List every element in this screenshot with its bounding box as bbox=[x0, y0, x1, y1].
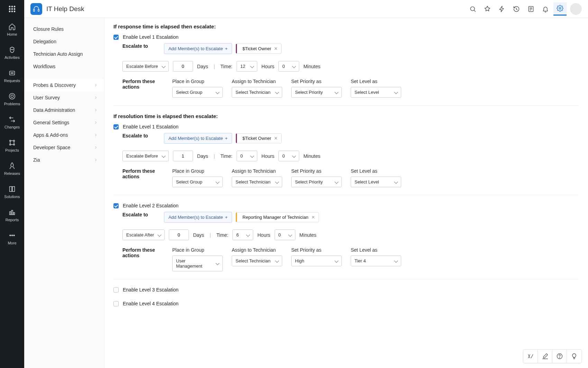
sidebar-item[interactable]: Probes & Discovery bbox=[24, 79, 104, 91]
sidebar-item[interactable]: Apps & Add-ons bbox=[24, 129, 104, 141]
nav-problems[interactable]: Problems bbox=[4, 92, 20, 106]
zia-icon[interactable] bbox=[523, 350, 538, 363]
svg-point-10 bbox=[11, 73, 11, 73]
nav-rail: HomeActivitiesRequestsProblemsChangesPro… bbox=[0, 0, 24, 368]
enable-label: Enable Level 3 Escalation bbox=[123, 287, 178, 293]
svg-point-3 bbox=[9, 8, 10, 9]
help-icon[interactable] bbox=[552, 350, 567, 363]
action-select[interactable]: Select Group bbox=[172, 177, 223, 187]
escalate-to-label: Escalate to bbox=[122, 43, 148, 49]
sidebar-item[interactable]: Closure Rules bbox=[24, 23, 104, 35]
action-select[interactable]: Select Priority bbox=[291, 177, 342, 187]
nav-more[interactable]: More bbox=[4, 232, 20, 245]
action-select[interactable]: High bbox=[291, 255, 342, 266]
member-chip: $Ticket Owner✕ bbox=[236, 133, 282, 143]
svg-point-14 bbox=[9, 93, 15, 99]
svg-point-12 bbox=[13, 73, 13, 73]
action-header: Set Level as bbox=[351, 247, 401, 253]
apps-icon[interactable] bbox=[8, 5, 16, 13]
nav-projects[interactable]: Projects bbox=[4, 139, 20, 152]
action-header: Set Level as bbox=[351, 168, 401, 174]
action-select[interactable]: Select Level bbox=[351, 177, 401, 187]
app-logo bbox=[30, 3, 42, 15]
enable-checkbox[interactable] bbox=[113, 35, 119, 40]
response-heading: If response time is elapsed then escalat… bbox=[113, 24, 579, 29]
enable-checkbox[interactable] bbox=[113, 287, 119, 293]
sidebar-item[interactable]: Technician Auto Assign bbox=[24, 48, 104, 60]
member-chip: Reporting Manager of Technician✕ bbox=[236, 212, 319, 222]
hours-select[interactable]: 6 bbox=[232, 230, 253, 240]
action-header: Place in Group bbox=[172, 247, 223, 253]
sidebar-item[interactable]: Developer Space bbox=[24, 141, 104, 154]
bolt-icon[interactable] bbox=[495, 2, 508, 16]
timing-mode-select[interactable]: Escalate After bbox=[122, 230, 165, 240]
sidebar-item[interactable]: Workflows bbox=[24, 60, 104, 73]
svg-point-35 bbox=[559, 8, 561, 9]
action-select[interactable]: Select Priority bbox=[291, 87, 342, 98]
bell-icon[interactable] bbox=[539, 2, 552, 16]
hours-select[interactable]: 0 bbox=[237, 151, 257, 161]
action-select[interactable]: Select Group bbox=[172, 87, 223, 98]
svg-point-6 bbox=[9, 11, 10, 12]
nav-reports[interactable]: Reports bbox=[4, 208, 20, 222]
bulb-icon[interactable] bbox=[567, 350, 581, 363]
enable-checkbox[interactable] bbox=[113, 203, 119, 208]
days-input[interactable] bbox=[169, 230, 189, 240]
search-icon[interactable] bbox=[466, 2, 479, 16]
action-header: Assign to Technician bbox=[232, 79, 282, 84]
user-avatar[interactable] bbox=[570, 3, 582, 15]
pin-icon[interactable] bbox=[481, 2, 494, 16]
action-select[interactable]: Select Level bbox=[351, 87, 401, 98]
enable-checkbox[interactable] bbox=[113, 301, 119, 306]
action-header: Assign to Technician bbox=[232, 168, 282, 174]
add-members-button[interactable]: Add Member(s) to Escalate + bbox=[164, 212, 232, 223]
add-members-button[interactable]: Add Member(s) to Escalate + bbox=[164, 133, 232, 144]
svg-point-37 bbox=[559, 358, 560, 358]
action-select[interactable]: Select Technician bbox=[232, 255, 282, 266]
nav-activities[interactable]: Activities bbox=[4, 46, 20, 60]
footer-toolbar bbox=[523, 349, 582, 363]
days-input[interactable] bbox=[173, 61, 193, 72]
minutes-select[interactable]: 0 bbox=[278, 61, 299, 72]
action-header: Set Priority as bbox=[291, 247, 342, 253]
action-select[interactable]: Tier 4 bbox=[351, 255, 401, 266]
minutes-select[interactable]: 0 bbox=[278, 151, 299, 161]
sidebar-item[interactable]: Delegation bbox=[24, 35, 104, 48]
sidebar-item[interactable]: General Settings bbox=[24, 116, 104, 129]
hours-select[interactable]: 12 bbox=[237, 61, 257, 72]
member-chip: $Ticket Owner✕ bbox=[236, 44, 282, 54]
remove-chip-icon[interactable]: ✕ bbox=[274, 46, 278, 51]
action-header: Place in Group bbox=[172, 168, 223, 174]
days-input[interactable] bbox=[173, 151, 193, 161]
remove-chip-icon[interactable]: ✕ bbox=[274, 136, 278, 141]
nav-requests[interactable]: Requests bbox=[4, 69, 20, 83]
add-members-button[interactable]: Add Member(s) to Escalate + bbox=[164, 43, 232, 54]
timing-mode-select[interactable]: Escalate Before bbox=[122, 61, 169, 72]
svg-point-2 bbox=[14, 6, 15, 7]
sidebar-item[interactable]: User Survey bbox=[24, 91, 104, 104]
action-select[interactable]: User Management bbox=[172, 255, 223, 271]
action-header: Set Priority as bbox=[291, 168, 342, 174]
nav-releases[interactable]: Releases bbox=[4, 162, 20, 176]
svg-line-30 bbox=[516, 9, 517, 10]
svg-point-4 bbox=[11, 8, 12, 9]
nav-home[interactable]: Home bbox=[4, 23, 20, 36]
sidebar-item[interactable]: Data Administration bbox=[24, 104, 104, 116]
nav-solutions[interactable]: Solutions bbox=[4, 185, 20, 199]
notes-icon[interactable] bbox=[524, 2, 538, 16]
app-title: IT Help Desk bbox=[46, 5, 84, 13]
enable-checkbox[interactable] bbox=[113, 124, 119, 129]
minutes-select[interactable]: 0 bbox=[275, 230, 295, 240]
action-select[interactable]: Select Technician bbox=[232, 177, 282, 187]
sidebar-item[interactable]: Zia bbox=[24, 154, 104, 166]
action-select[interactable]: Select Technician bbox=[232, 87, 282, 98]
svg-point-7 bbox=[11, 11, 12, 12]
action-header: Set Level as bbox=[351, 79, 401, 84]
nav-changes[interactable]: Changes bbox=[4, 116, 20, 129]
svg-rect-25 bbox=[34, 9, 35, 11]
history-icon[interactable] bbox=[510, 2, 523, 16]
timing-mode-select[interactable]: Escalate Before bbox=[122, 151, 169, 161]
remove-chip-icon[interactable]: ✕ bbox=[311, 215, 315, 220]
settings-icon[interactable] bbox=[553, 2, 567, 16]
compose-icon[interactable] bbox=[538, 350, 552, 363]
